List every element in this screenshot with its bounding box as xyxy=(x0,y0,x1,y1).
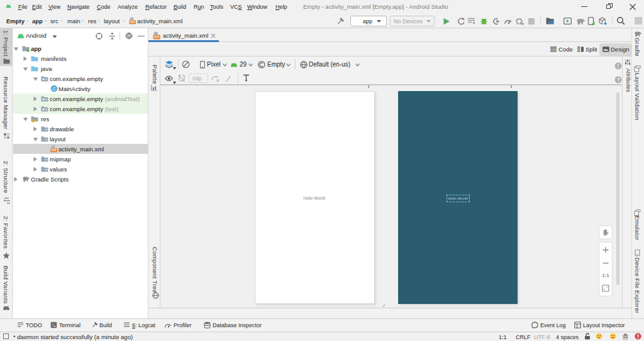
svg-text:<>: <> xyxy=(130,19,135,24)
svg-text:C: C xyxy=(52,86,56,92)
svg-text:<>: <> xyxy=(154,35,159,39)
svg-text:?: ? xyxy=(616,77,619,83)
svg-text:<>: <> xyxy=(52,148,57,152)
